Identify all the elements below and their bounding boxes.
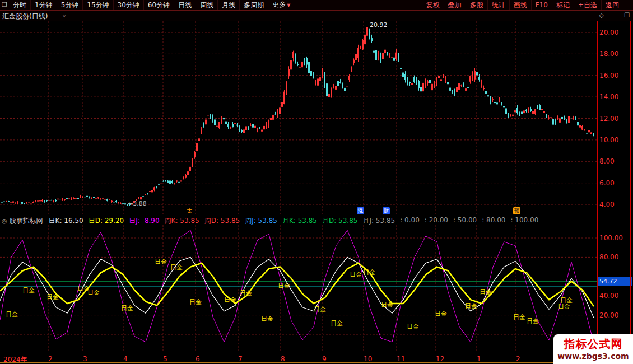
x-axis-month-label: 6: [196, 355, 200, 363]
indicator-value: 周J: 53.85: [245, 216, 277, 225]
x-axis-month-label: 8: [281, 355, 285, 363]
indicator-value: : 0.00: [400, 216, 420, 225]
indicator-value: 日K: 16.50: [49, 216, 83, 225]
current-value-badge: 54.72: [598, 277, 632, 286]
indicator-header: ◎ 股朋指标网 日K: 16.50日D: 29.20日J: -8.90周K: 5…: [0, 216, 597, 225]
price-axis-label: 10.00: [599, 136, 618, 144]
indicator-value: 周K: 53.85: [165, 216, 199, 225]
x-axis-month-label: 2: [48, 355, 53, 363]
period-button[interactable]: 多周期: [240, 0, 268, 10]
indicator-value: : 20.00: [425, 216, 448, 225]
more-arrow-icon: ▼: [287, 3, 290, 8]
x-axis-month-label: 9: [322, 355, 327, 363]
tool-button[interactable]: +自选: [574, 0, 602, 10]
indicator-axis-label: 100.00: [599, 234, 623, 242]
period-button[interactable]: 30分钟: [114, 0, 144, 10]
period-button[interactable]: 1分钟: [31, 0, 57, 10]
event-marker[interactable]: 涨: [357, 207, 364, 214]
x-axis-month-label: 10: [364, 355, 372, 363]
period-button[interactable]: 60分钟: [144, 0, 174, 10]
stock-title-bar: 汇金股份(日线) ⌄ ◇ ❐: [0, 11, 633, 21]
candlestick-chart-pane[interactable]: 20.92 ←3.88 太涨财预: [0, 21, 597, 216]
indicator-value: : 100.00: [510, 216, 538, 225]
period-button[interactable]: 分时: [9, 0, 31, 10]
price-axis-label: 20.00: [599, 29, 618, 36]
event-marker[interactable]: 太: [186, 207, 193, 214]
candlestick-plot[interactable]: [0, 21, 597, 216]
chevron-down-icon[interactable]: ⌄: [62, 11, 67, 18]
price-axis-label: 12.00: [599, 115, 618, 123]
indicator-axis-label: 40.00: [599, 292, 618, 300]
indicator-value: : 50.00: [453, 216, 477, 225]
tool-button[interactable]: 复权: [422, 0, 444, 10]
window-icon[interactable]: ❐: [2, 1, 7, 9]
period-button[interactable]: 日线: [174, 0, 196, 10]
x-axis-month-label: 4: [123, 355, 128, 363]
tool-button[interactable]: 叠加: [444, 0, 466, 10]
indicator-source-icon: ◎: [2, 217, 7, 225]
price-axis-label: 14.00: [599, 93, 618, 101]
x-axis-month-label: 5: [163, 355, 167, 363]
event-marker[interactable]: 预: [513, 207, 520, 214]
pane-separator: [0, 216, 633, 216]
axis-right-border: [630, 21, 631, 364]
period-button[interactable]: 周线: [196, 0, 218, 10]
period-button[interactable]: 月线: [218, 0, 240, 10]
x-axis-month-label: 7: [238, 355, 243, 363]
indicator-value: 月J: 53.85: [362, 216, 395, 225]
watermark-title: 指标公式网: [553, 337, 633, 352]
indicator-value: 日J: -8.90: [129, 216, 159, 225]
diamond-icon[interactable]: ◇: [599, 12, 604, 19]
indicator-value: 月K: 53.85: [282, 216, 317, 225]
price-axis-label: 6.00: [599, 179, 615, 187]
tool-button[interactable]: 多股: [466, 0, 488, 10]
tools-toolbar: 复权叠加多股统计画线F10标记+自选返回: [422, 0, 623, 10]
watermark: 指标公式网 www.zbgs3.com: [553, 334, 633, 364]
bottom-accent-line: [0, 362, 633, 363]
period-toolbar: 分时1分钟5分钟15分钟30分钟60分钟日线周线月线多周期更多▼: [9, 0, 294, 10]
x-axis-month-label: 11: [397, 355, 405, 363]
price-axis-label: 16.00: [599, 72, 618, 80]
top-toolbar: ❐ 分时1分钟5分钟15分钟30分钟60分钟日线周线月线多周期更多▼ 复权叠加多…: [0, 0, 633, 11]
event-marker[interactable]: 财: [383, 207, 390, 214]
tool-button[interactable]: 画线: [510, 0, 532, 10]
indicator-value: 月D: 53.85: [322, 216, 357, 225]
indicator-value: : 80.00: [482, 216, 505, 225]
price-axis-label: 8.00: [599, 157, 615, 165]
tool-button[interactable]: F10: [532, 0, 552, 10]
indicator-value: 周D: 53.85: [204, 216, 240, 225]
tool-button[interactable]: 统计: [488, 0, 510, 10]
x-axis-month-label: 12: [436, 355, 444, 363]
x-axis-month-label: 2: [516, 355, 520, 363]
x-axis-month-label: 1: [477, 355, 481, 363]
indicator-values: 日K: 16.50日D: 29.20日J: -8.90周K: 53.85周D: …: [49, 216, 544, 225]
price-axis: 20.0018.0016.0014.0012.0010.008.006.004.…: [597, 21, 633, 364]
watermark-url: www.zbgs3.com: [553, 352, 633, 361]
indicator-axis-label: 20.00: [599, 311, 618, 319]
period-button[interactable]: 15分钟: [83, 0, 113, 10]
period-button[interactable]: 5分钟: [57, 0, 83, 10]
restore-icon[interactable]: ❐: [624, 12, 630, 19]
indicator-source-label[interactable]: 股朋指标网: [10, 216, 43, 225]
indicator-value: 日D: 29.20: [89, 216, 124, 225]
kdj-plot[interactable]: [0, 225, 597, 353]
tool-button[interactable]: 返回: [602, 0, 623, 10]
x-axis-month-label: 3: [83, 355, 87, 363]
price-axis-label: 4.00: [599, 200, 615, 208]
stock-title[interactable]: 汇金股份(日线): [2, 12, 48, 21]
price-axis-label: 18.00: [599, 50, 618, 58]
indicator-axis-label: 80.00: [599, 253, 618, 261]
period-button[interactable]: 更多▼: [268, 0, 294, 11]
kdj-indicator-pane[interactable]: 日金日金日金日金日金日金日金日金日金日金日金日金日金日金日金日金日金日金日金日金…: [0, 225, 597, 353]
tool-button[interactable]: 标记: [552, 0, 574, 10]
